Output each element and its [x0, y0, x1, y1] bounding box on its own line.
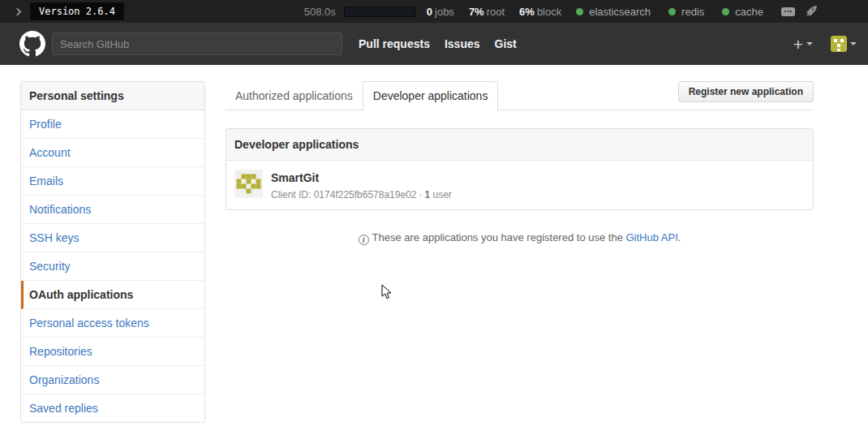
help-note: iThese are applications you have registe…: [226, 231, 814, 245]
info-icon: i: [359, 235, 369, 245]
metric-block: 6%block: [519, 6, 561, 18]
app-client-id: Client ID: 0174f225fb6578a19e02·1 user: [271, 189, 452, 200]
nav-issues[interactable]: Issues: [445, 37, 480, 50]
sidebar-item-account[interactable]: Account: [21, 139, 204, 167]
status-dot-icon: [576, 8, 583, 15]
status-bar: Version 2.6.4 508.0s 0jobs 7%root 6%bloc…: [0, 0, 868, 23]
plus-icon: +: [793, 36, 803, 53]
metric-block-label: block: [537, 6, 561, 18]
github-header: Pull requests Issues Gist +: [0, 23, 868, 65]
service-cache: cache: [722, 6, 763, 18]
sidebar-item-emails[interactable]: Emails: [21, 167, 204, 196]
sidebar-item-organizations[interactable]: Organizations: [21, 366, 204, 394]
header-nav: Pull requests Issues Gist: [359, 37, 531, 50]
metric-jobs-value: 0: [427, 6, 432, 18]
chevron-right-icon[interactable]: [14, 7, 22, 15]
metric-root-value: 7%: [469, 6, 484, 18]
service-redis-label: redis: [681, 6, 704, 18]
metric-block-value: 6%: [519, 6, 535, 18]
version-badge: Version 2.6.4: [30, 2, 124, 20]
settings-sidebar: Personal settings Profile Account Emails…: [20, 81, 205, 423]
separator: ·: [419, 189, 422, 200]
note-suffix: .: [678, 231, 681, 243]
client-id-text: Client ID: 0174f225fb6578a19e02: [271, 189, 416, 200]
note-text: These are applications you have register…: [372, 231, 626, 243]
sidebar-item-notifications[interactable]: Notifications: [21, 196, 204, 224]
rocket-icon[interactable]: [805, 5, 818, 18]
metric-jobs: 0jobs: [427, 6, 454, 18]
app-info: SmartGit Client ID: 0174f225fb6578a19e02…: [271, 170, 452, 200]
mouse-cursor-icon: [381, 284, 393, 300]
header-right: +: [793, 36, 857, 53]
nav-gist[interactable]: Gist: [495, 37, 517, 50]
sidebar-item-repositories[interactable]: Repositories: [21, 338, 204, 366]
users-count: 1: [424, 189, 430, 200]
sidebar-title: Personal settings: [21, 82, 204, 110]
app-identicon: [234, 170, 263, 198]
sidebar-item-oauth-applications[interactable]: OAuth applications: [21, 281, 204, 309]
app-name-link[interactable]: SmartGit: [271, 171, 319, 184]
caret-down-icon: [850, 42, 857, 45]
register-new-application-button[interactable]: Register new application: [678, 81, 814, 102]
main-content: Authorized applicationsDeveloper applica…: [226, 81, 814, 245]
status-dot-icon: [668, 8, 676, 15]
caret-down-icon: [806, 42, 813, 45]
users-label: user: [433, 189, 452, 200]
metric-root: 7%root: [469, 6, 505, 18]
progress-bar: [344, 6, 415, 17]
sidebar-item-profile[interactable]: Profile: [21, 110, 204, 139]
elapsed-time: 508.0s: [304, 6, 336, 18]
sidebar-item-ssh-keys[interactable]: SSH keys: [21, 224, 204, 252]
screen: Version 2.6.4 508.0s 0jobs 7%root 6%bloc…: [0, 0, 868, 448]
nav-pull-requests[interactable]: Pull requests: [359, 37, 430, 50]
service-cache-label: cache: [735, 6, 763, 18]
create-new-button[interactable]: +: [793, 36, 813, 53]
metric-root-label: root: [487, 6, 505, 18]
service-elasticsearch: elasticsearch: [576, 6, 651, 18]
ellipsis-icon[interactable]: [781, 7, 795, 16]
github-api-link[interactable]: GitHub API: [625, 231, 677, 243]
panel-title: Developer applications: [226, 129, 813, 161]
tab-developer-applications[interactable]: Developer applications: [363, 81, 499, 111]
status-dot-icon: [722, 8, 729, 15]
sidebar-item-personal-access-tokens[interactable]: Personal access tokens: [21, 309, 204, 338]
developer-applications-panel: Developer applications SmartGit: [226, 128, 814, 210]
github-logo-icon[interactable]: [19, 31, 45, 57]
sidebar-item-saved-replies[interactable]: Saved replies: [21, 394, 204, 422]
applications-tabnav: Authorized applicationsDeveloper applica…: [226, 81, 814, 110]
search-input[interactable]: [52, 32, 342, 55]
list-item: SmartGit Client ID: 0174f225fb6578a19e02…: [226, 161, 813, 209]
service-elasticsearch-label: elasticsearch: [589, 6, 651, 18]
service-redis: redis: [668, 6, 704, 18]
sidebar-item-security[interactable]: Security: [21, 252, 204, 281]
avatar: [831, 36, 847, 52]
user-menu-button[interactable]: [831, 36, 857, 52]
metric-jobs-label: jobs: [435, 6, 454, 18]
tab-authorized-applications[interactable]: Authorized applications: [226, 82, 363, 110]
